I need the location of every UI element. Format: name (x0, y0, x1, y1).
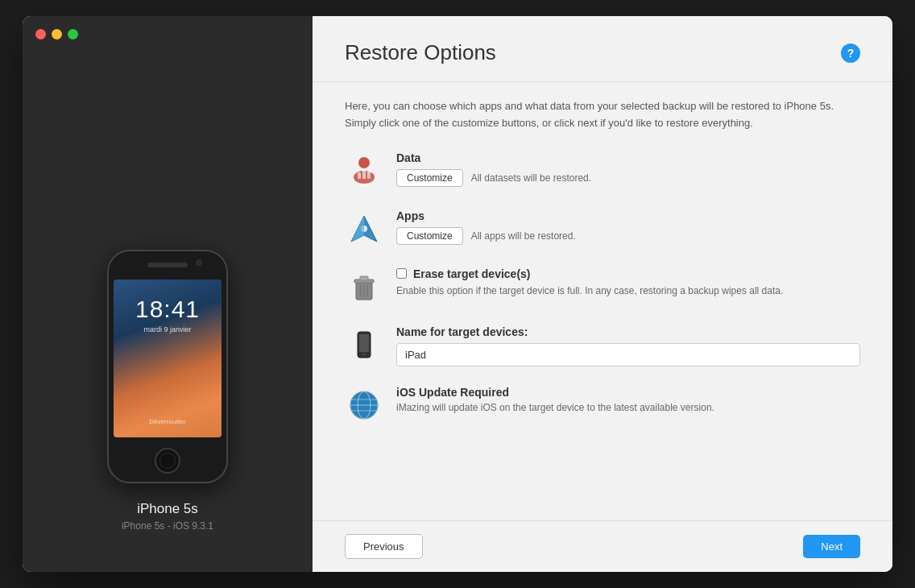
iphone-illustration: 18:41 mardi 9 janvier Déverrouiller (107, 250, 228, 483)
device-subtitle-label: iPhone 5s - iOS 9.3.1 (122, 520, 213, 532)
content-footer: Previous Next (313, 520, 892, 572)
apps-icon (345, 209, 383, 248)
phone-small-icon (345, 325, 383, 364)
apps-option-label: Apps (396, 209, 860, 222)
iphone-camera (196, 259, 202, 266)
apps-option-content: Apps Customize All apps will be restored… (396, 209, 860, 245)
device-name-row: Name for target devices: (345, 325, 860, 366)
screen-date: mardi 9 janvier (114, 325, 222, 333)
ios-update-label: iOS Update Required (396, 386, 714, 399)
device-container: 18:41 mardi 9 janvier Déverrouiller iPho… (107, 250, 228, 532)
traffic-lights (35, 29, 78, 39)
content-header: Restore Options ? (313, 16, 892, 82)
next-button[interactable]: Next (803, 535, 860, 558)
app-window: 18:41 mardi 9 janvier Déverrouiller iPho… (23, 16, 892, 572)
data-option-controls: Customize All datasets will be restored. (396, 169, 860, 187)
minimize-button[interactable] (52, 29, 62, 39)
erase-label-row: Erase target device(s) (396, 267, 860, 280)
data-icon (345, 151, 383, 190)
device-name-option-content: Name for target devices: (396, 325, 860, 366)
help-button[interactable]: ? (841, 43, 860, 63)
screen-time: 18:41 (114, 280, 222, 323)
erase-option-content: Erase target device(s) Enable this optio… (396, 267, 860, 298)
device-name-label: iPhone 5s (137, 501, 198, 517)
apps-customize-button[interactable]: Customize (396, 227, 463, 245)
ios-update-content: iOS Update Required iMazing will update … (396, 386, 714, 413)
globe-icon (345, 386, 383, 424)
maximize-button[interactable] (68, 29, 78, 39)
erase-label[interactable]: Erase target device(s) (413, 267, 531, 280)
sidebar: 18:41 mardi 9 janvier Déverrouiller iPho… (23, 16, 313, 572)
previous-button[interactable]: Previous (345, 534, 423, 559)
data-status-text: All datasets will be restored. (471, 172, 591, 184)
main-content: Restore Options ? Here, you can choose w… (313, 16, 892, 572)
erase-checkbox[interactable] (396, 268, 407, 279)
erase-description: Enable this option if the target device … (396, 284, 860, 298)
svg-point-17 (362, 353, 366, 356)
data-option-row: Data Customize All datasets will be rest… (345, 151, 860, 190)
iphone-screen: 18:41 mardi 9 janvier Déverrouiller (114, 280, 222, 437)
data-option-label: Data (396, 151, 860, 164)
trash-icon (345, 267, 383, 306)
svg-rect-11 (360, 276, 368, 280)
svg-rect-3 (362, 169, 366, 179)
ios-update-row: iOS Update Required iMazing will update … (345, 386, 860, 424)
ios-update-description: iMazing will update iOS on the target de… (396, 402, 714, 413)
svg-marker-8 (351, 216, 364, 242)
home-button (155, 448, 180, 474)
screen-unlock: Déverrouiller (114, 418, 222, 425)
apps-option-row: Apps Customize All apps will be restored… (345, 209, 860, 248)
device-name-option-label: Name for target devices: (396, 325, 860, 338)
data-option-content: Data Customize All datasets will be rest… (396, 151, 860, 187)
device-name-input[interactable] (396, 343, 860, 366)
svg-rect-16 (359, 334, 369, 352)
erase-option-row: Erase target device(s) Enable this optio… (345, 267, 860, 306)
page-title: Restore Options (345, 40, 496, 65)
svg-rect-4 (367, 171, 371, 179)
svg-point-0 (358, 157, 370, 168)
description-text: Here, you can choose which apps and what… (345, 98, 860, 132)
svg-rect-2 (358, 172, 361, 179)
apps-option-controls: Customize All apps will be restored. (396, 227, 860, 245)
data-customize-button[interactable]: Customize (396, 169, 463, 187)
content-body: Here, you can choose which apps and what… (313, 82, 892, 520)
close-button[interactable] (35, 29, 46, 39)
apps-status-text: All apps will be restored. (471, 230, 576, 242)
iphone-speaker (147, 263, 188, 267)
